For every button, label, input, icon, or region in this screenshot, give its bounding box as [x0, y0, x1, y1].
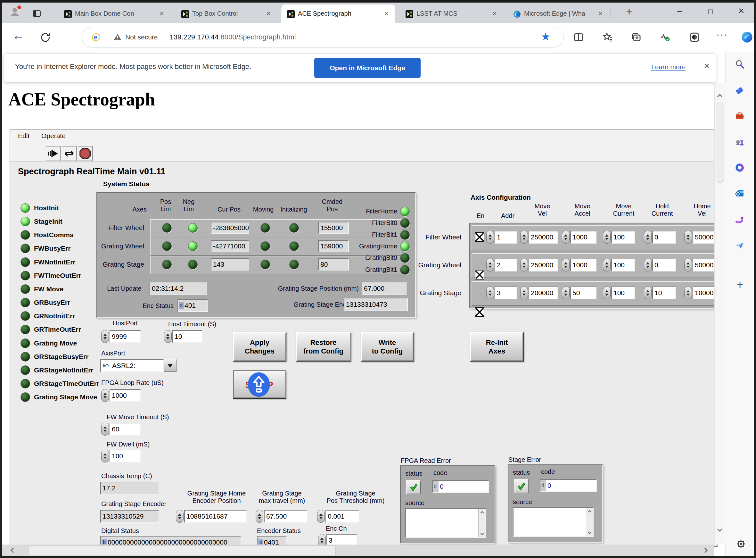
ax-value-field[interactable]: 250000	[529, 259, 558, 272]
ax-r0-c4-spinner[interactable]	[644, 231, 652, 244]
tab-close-icon[interactable]: ×	[491, 9, 498, 17]
tab-ace-spectrograph[interactable]: ACE Spectrograph×	[281, 4, 395, 23]
favorites-icon[interactable]	[602, 31, 613, 43]
vscroll-thumb[interactable]	[716, 103, 724, 183]
error-source-box[interactable]	[405, 508, 486, 538]
ax-r2-c3-spinner[interactable]	[603, 286, 611, 299]
scroll-up-icon[interactable]	[587, 509, 592, 514]
abort-button[interactable]	[78, 146, 92, 161]
reinit-button[interactable]: Re-Init Axes	[470, 332, 524, 361]
source-scrollbar[interactable]	[586, 508, 593, 536]
run-button[interactable]	[46, 146, 60, 161]
hscroll-left-icon[interactable]	[9, 547, 16, 554]
ax-r2-c1-spinner[interactable]	[520, 286, 528, 299]
learn-more-link[interactable]: Learn more	[651, 63, 685, 71]
scroll-down-icon[interactable]	[587, 530, 592, 535]
fw-move-timeout-field[interactable]: 60	[110, 423, 141, 436]
sidebar-m365-icon[interactable]	[734, 162, 745, 173]
new-tab-button[interactable]: +	[623, 5, 636, 18]
sidebar-send-icon[interactable]	[734, 240, 745, 251]
write-button[interactable]: Write to Config	[361, 332, 414, 361]
tab-top-box-control[interactable]: Top Box Control×	[176, 4, 277, 23]
fw-dwell-field[interactable]: 100	[110, 450, 141, 462]
ax-r1-c3-spinner[interactable]	[603, 259, 611, 272]
host-timeout-spinner[interactable]	[164, 330, 172, 343]
url-text[interactable]: 139.229.170.44:8000/Spectrograph.html	[170, 33, 296, 41]
bookmark-star-icon[interactable]: ★	[541, 30, 552, 44]
split-screen-icon[interactable]	[573, 31, 584, 43]
axis-port-combo[interactable]: I/OASRL2:	[100, 359, 164, 372]
sidebar-outlook-icon[interactable]	[734, 188, 745, 198]
ax-enable-checkbox[interactable]	[475, 270, 484, 279]
sidebar-add-button[interactable]: +	[734, 278, 747, 291]
ax-r2-c0-spinner[interactable]	[486, 286, 494, 299]
vscroll-up-icon[interactable]	[716, 92, 723, 99]
sidebar-games-icon[interactable]	[734, 137, 745, 147]
back-icon[interactable]: ←	[12, 29, 26, 45]
ax-r2-c2-spinner[interactable]	[562, 286, 570, 299]
open-in-edge-button[interactable]: Open in Microsoft Edge	[314, 58, 421, 78]
extension-adblock-icon[interactable]	[689, 31, 700, 43]
menu-operate[interactable]: Operate	[41, 132, 66, 140]
tab-microsoft-edge-wha[interactable]: Microsoft Edge | Wha×	[507, 4, 609, 23]
hscroll-thumb[interactable]	[28, 546, 336, 555]
ax-r1-c0-spinner[interactable]	[486, 259, 494, 272]
gs-home-encoder-field[interactable]: 10885161687	[184, 510, 247, 523]
tab-close-icon[interactable]: ×	[382, 9, 390, 17]
ellipsis-icon[interactable]: ···	[716, 29, 732, 43]
ax-value-field[interactable]: 0	[652, 231, 676, 244]
ax-value-field[interactable]: 100	[611, 231, 635, 244]
apply-button[interactable]: Apply Changes	[233, 332, 287, 361]
ax-value-field[interactable]: 1000	[570, 231, 596, 244]
tab-close-icon[interactable]: ×	[158, 9, 166, 17]
ax-r0-c3-spinner[interactable]	[603, 231, 611, 244]
sidebar-toolbox-icon[interactable]	[734, 111, 745, 121]
ax-enable-checkbox[interactable]	[475, 307, 484, 317]
host-timeout-field[interactable]: 10	[172, 330, 202, 343]
ax-value-field[interactable]: 250000	[529, 231, 558, 244]
ax-value-field[interactable]: 200000	[529, 286, 558, 299]
hscroll-right-icon[interactable]	[702, 547, 709, 554]
fw-move-timeout-spinner[interactable]	[101, 423, 109, 436]
ax-r0-c2-spinner[interactable]	[562, 231, 570, 244]
collections-icon[interactable]	[630, 31, 642, 43]
gs-pos-threshold-spinner[interactable]	[317, 510, 325, 523]
refresh-icon[interactable]	[39, 31, 51, 43]
fpga-loop-rate-field[interactable]: 1000	[110, 389, 141, 402]
tab-main-box-dome-con[interactable]: Main Box Dome Con×	[58, 4, 171, 23]
ax-r0-c1-spinner[interactable]	[520, 231, 528, 244]
gs-max-travel-field[interactable]: 67.500	[264, 510, 307, 523]
axis-port-dropdown-button[interactable]	[164, 359, 177, 372]
ax-value-field[interactable]: 10	[652, 286, 676, 299]
ax-r2-c5-spinner[interactable]	[684, 286, 692, 299]
scroll-up-icon[interactable]	[480, 510, 485, 515]
menu-edit[interactable]: Edit	[18, 132, 29, 140]
sidebar-settings-gear-icon[interactable]	[735, 538, 747, 549]
sidebar-search-icon[interactable]	[734, 59, 745, 69]
error-source-box[interactable]	[513, 507, 594, 537]
ax-value-field[interactable]: 2	[494, 259, 517, 272]
ax-value-field[interactable]: 1000	[570, 259, 596, 272]
tab-lsst-at-mcs[interactable]: LSST AT MCS×	[400, 4, 504, 23]
source-scrollbar[interactable]	[478, 509, 485, 537]
ax-value-field[interactable]: 0	[652, 259, 676, 272]
ax-r1-c5-spinner[interactable]	[684, 259, 692, 272]
workspaces-icon[interactable]	[32, 9, 42, 18]
address-bar[interactable]: eNot secure139.229.170.44:8000/Spectrogr…	[82, 27, 564, 47]
close-window-button[interactable]: ×	[734, 3, 748, 19]
profile-avatar[interactable]	[8, 5, 22, 19]
gs-max-travel-spinner[interactable]	[255, 510, 263, 523]
sidebar-shopping-icon[interactable]	[734, 85, 745, 96]
host-port-field[interactable]: 9999	[110, 330, 141, 343]
restore-button[interactable]: Restore from Config	[296, 332, 351, 361]
tab-close-icon[interactable]: ×	[596, 9, 604, 17]
ax-value-field[interactable]: 100	[611, 286, 635, 299]
banner-close-icon[interactable]: ×	[704, 60, 710, 72]
ax-enable-checkbox[interactable]	[475, 232, 484, 242]
scroll-down-icon[interactable]	[480, 531, 485, 536]
minimize-button[interactable]: –	[673, 4, 687, 19]
fw-dwell-spinner[interactable]	[101, 450, 109, 462]
ax-r1-c1-spinner[interactable]	[520, 259, 528, 272]
ax-r1-c4-spinner[interactable]	[644, 259, 652, 272]
ax-value-field[interactable]: 3	[494, 286, 517, 299]
